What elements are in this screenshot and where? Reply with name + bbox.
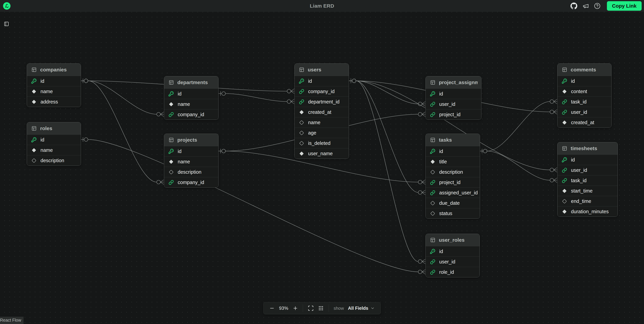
- primary-key-icon: [562, 78, 567, 84]
- column-name: id: [308, 78, 312, 84]
- canvas-toolbar: 93% show All Fields: [264, 302, 381, 314]
- liam-logo[interactable]: ℒ: [3, 2, 10, 10]
- primary-key-icon: [168, 91, 174, 96]
- column-row-id[interactable]: id: [558, 76, 611, 86]
- column-row-company_id[interactable]: company_id: [294, 86, 349, 96]
- column-name: name: [40, 147, 53, 153]
- column-row-id[interactable]: id: [164, 89, 218, 99]
- table-header: comments: [558, 64, 611, 76]
- column-row-name[interactable]: name: [294, 117, 349, 127]
- column-row-age[interactable]: age: [294, 127, 349, 138]
- column-row-description[interactable]: description: [164, 167, 218, 177]
- column-name: start_time: [571, 188, 592, 194]
- table-projects[interactable]: projectsidnamedescriptioncompany_id: [164, 134, 218, 188]
- column-row-content[interactable]: content: [558, 86, 611, 96]
- column-row-title[interactable]: title: [426, 156, 480, 167]
- column-row-company_id[interactable]: company_id: [164, 109, 218, 120]
- toolbar-divider: [329, 304, 329, 312]
- table-name: users: [308, 67, 321, 73]
- column-row-task_id[interactable]: task_id: [558, 175, 618, 186]
- column-row-end_time[interactable]: end_time: [558, 196, 618, 206]
- column-row-start_time[interactable]: start_time: [558, 186, 618, 196]
- column-row-id[interactable]: id: [426, 89, 481, 99]
- column-row-created_at[interactable]: created_at: [294, 107, 349, 117]
- column-row-duration_minutes[interactable]: duration_minutes: [558, 206, 618, 217]
- foreign-key-link-icon: [562, 110, 567, 115]
- erd-canvas[interactable]: companiesidnameaddressrolesidnamedescrip…: [0, 0, 644, 324]
- column-row-is_deleted[interactable]: is_deleted: [294, 138, 349, 148]
- tidy-up-button[interactable]: [318, 305, 324, 311]
- fit-view-button[interactable]: [308, 305, 314, 311]
- column-name: id: [439, 91, 443, 97]
- column-row-address[interactable]: address: [27, 96, 81, 107]
- column-row-status[interactable]: status: [426, 208, 480, 219]
- not-null-diamond-icon: [562, 120, 567, 125]
- column-row-name[interactable]: name: [27, 145, 81, 155]
- column-name: created_at: [571, 120, 594, 125]
- column-row-id[interactable]: id: [426, 246, 480, 256]
- not-null-diamond-icon: [31, 148, 36, 152]
- not-null-diamond-icon: [562, 209, 567, 214]
- column-row-user_id[interactable]: user_id: [558, 107, 611, 117]
- zoom-in-button[interactable]: [293, 305, 298, 311]
- column-row-project_id[interactable]: project_id: [426, 109, 481, 120]
- panel-left-toggle-button[interactable]: [3, 21, 10, 28]
- column-row-user_id[interactable]: user_id: [426, 99, 481, 109]
- column-name: task_id: [571, 99, 586, 105]
- table-user_roles[interactable]: user_rolesiduser_idrole_id: [426, 234, 480, 277]
- table-icon: [169, 80, 174, 85]
- column-name: title: [439, 159, 447, 165]
- column-row-name[interactable]: name: [27, 86, 81, 96]
- column-row-department_id[interactable]: department_id: [294, 96, 349, 107]
- copy-link-button[interactable]: Copy Link: [607, 1, 642, 11]
- column-row-name[interactable]: name: [164, 99, 218, 109]
- column-name: company_id: [178, 180, 204, 185]
- column-row-user_name[interactable]: user_name: [294, 148, 349, 158]
- column-row-created_at[interactable]: created_at: [558, 117, 611, 127]
- table-companies[interactable]: companiesidnameaddress: [27, 63, 81, 107]
- primary-key-icon: [430, 148, 435, 154]
- column-row-description[interactable]: description: [27, 155, 81, 166]
- foreign-key-link-icon: [562, 168, 567, 173]
- table-departments[interactable]: departmentsidnamecompany_id: [164, 76, 218, 120]
- column-row-company_id[interactable]: company_id: [164, 177, 218, 188]
- not-null-diamond-icon: [31, 89, 36, 94]
- zoom-out-button[interactable]: [269, 305, 275, 311]
- column-row-project_id[interactable]: project_id: [426, 177, 480, 188]
- app-title: Liam ERD: [310, 3, 334, 9]
- column-name: department_id: [308, 99, 340, 105]
- react-flow-attribution[interactable]: React Flow: [0, 317, 24, 324]
- column-row-id[interactable]: id: [294, 76, 349, 86]
- column-row-user_id[interactable]: user_id: [426, 256, 480, 267]
- column-row-task_id[interactable]: task_id: [558, 96, 611, 107]
- github-icon: [570, 2, 578, 10]
- table-tasks[interactable]: tasksidtitledescriptionproject_idassigne…: [426, 134, 480, 219]
- column-row-id[interactable]: id: [27, 76, 81, 86]
- table-roles[interactable]: rolesidnamedescription: [27, 122, 81, 166]
- fields-filter-dropdown[interactable]: All Fields: [348, 306, 375, 311]
- column-name: status: [439, 211, 452, 216]
- plus-icon: [293, 305, 298, 311]
- column-row-name[interactable]: name: [164, 156, 218, 167]
- github-button[interactable]: [570, 2, 578, 10]
- nullable-diamond-icon: [562, 199, 567, 204]
- column-row-id[interactable]: id: [426, 146, 480, 156]
- fit-view-icon: [308, 305, 314, 311]
- help-button[interactable]: [594, 3, 600, 9]
- column-name: user_name: [308, 151, 333, 156]
- column-row-id[interactable]: id: [27, 134, 81, 145]
- column-row-due_date[interactable]: due_date: [426, 198, 480, 208]
- column-name: project_id: [439, 180, 460, 185]
- column-row-description[interactable]: description: [426, 167, 480, 177]
- table-timesheets[interactable]: timesheetsiduser_idtask_idstart_timeend_…: [557, 142, 618, 217]
- column-row-id[interactable]: id: [164, 146, 218, 156]
- table-name: project_assignme...: [439, 80, 478, 85]
- table-users[interactable]: usersidcompany_iddepartment_idcreated_at…: [294, 63, 349, 159]
- column-row-id[interactable]: id: [558, 154, 618, 165]
- table-comments[interactable]: commentsidcontenttask_iduser_idcreated_a…: [557, 63, 612, 128]
- table-project_assignments[interactable]: project_assignme...iduser_idproject_id: [426, 76, 482, 120]
- column-row-role_id[interactable]: role_id: [426, 267, 480, 277]
- column-row-user_id[interactable]: user_id: [558, 165, 618, 175]
- column-row-assigned_user_id[interactable]: assigned_user_id: [426, 188, 480, 198]
- release-notes-button[interactable]: [582, 3, 589, 9]
